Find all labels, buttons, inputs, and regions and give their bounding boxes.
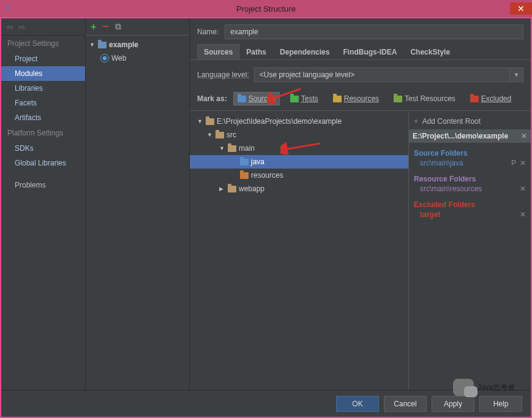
tree-root-label: E:\Project\IdeaProjects\demo\example bbox=[217, 116, 342, 127]
mark-tests-button[interactable]: Tests bbox=[286, 92, 323, 105]
expand-icon[interactable]: ▼ bbox=[89, 39, 96, 50]
plus-icon: + bbox=[414, 117, 418, 126]
tests-folder-icon bbox=[290, 96, 299, 102]
remove-icon[interactable]: ✕ bbox=[520, 184, 526, 193]
mark-resources-button[interactable]: Resources bbox=[329, 92, 383, 105]
resource-folders-title: Resource Folders bbox=[414, 175, 526, 183]
tab-sources[interactable]: Sources bbox=[197, 44, 239, 59]
excluded-folder-icon bbox=[470, 96, 479, 102]
mark-test-resources-button[interactable]: Test Resources bbox=[389, 92, 460, 105]
mark-tests-text: Tests bbox=[301, 94, 318, 103]
expand-icon[interactable]: ▶ bbox=[219, 183, 225, 194]
sidebar-item-project[interactable]: Project bbox=[1, 51, 85, 66]
sidebar-item-libraries[interactable]: Libraries bbox=[1, 81, 85, 96]
module-row-example[interactable]: ▼ example bbox=[86, 38, 189, 51]
remove-root-icon[interactable]: ✕ bbox=[521, 132, 527, 140]
expand-icon[interactable]: ▼ bbox=[197, 116, 203, 127]
expand-icon[interactable]: ▼ bbox=[207, 129, 213, 140]
content-panel: Name: Sources Paths Dependencies FindBug… bbox=[190, 18, 531, 390]
apply-button[interactable]: Apply bbox=[432, 396, 474, 412]
tree-resources-label: resources bbox=[251, 170, 283, 181]
mark-excluded-button[interactable]: Excluded bbox=[466, 92, 515, 105]
titlebar: ᴶᴵ Project Structure ✕ bbox=[0, 0, 532, 17]
copy-icon[interactable]: ⧉ bbox=[115, 21, 121, 32]
tab-paths[interactable]: Paths bbox=[239, 44, 273, 59]
name-label: Name: bbox=[197, 28, 219, 36]
content-roots-panel: + Add Content Root E:\Project\...\demo\e… bbox=[408, 111, 531, 390]
sidebar-item-problems[interactable]: Problems bbox=[1, 178, 85, 192]
web-icon bbox=[100, 54, 109, 63]
language-level-label: Language level: bbox=[197, 70, 249, 79]
remove-icon[interactable]: − bbox=[102, 20, 109, 33]
web-label: Web bbox=[111, 53, 126, 64]
name-input[interactable] bbox=[225, 25, 523, 39]
cancel-button[interactable]: Cancel bbox=[384, 396, 427, 412]
tab-dependencies[interactable]: Dependencies bbox=[273, 44, 336, 59]
tree-row-src[interactable]: ▼ src bbox=[190, 128, 408, 142]
remove-icon[interactable]: ✕ bbox=[520, 159, 526, 167]
language-level-select[interactable] bbox=[254, 67, 510, 82]
source-tree: ▼ E:\Project\IdeaProjects\demo\example ▼… bbox=[190, 111, 408, 390]
tree-row-java[interactable]: java bbox=[190, 155, 408, 169]
sidebar-item-facets[interactable]: Facets bbox=[1, 96, 85, 110]
source-folder-entry[interactable]: src\main\java P✕ bbox=[414, 158, 526, 169]
app-icon: ᴶᴵ bbox=[0, 0, 17, 17]
close-button[interactable]: ✕ bbox=[510, 2, 532, 15]
mark-sources-text: Sources bbox=[249, 94, 275, 103]
source-folder-icon bbox=[240, 159, 249, 165]
test-resources-folder-icon bbox=[394, 96, 402, 102]
mark-test-resources-text: Test Resources bbox=[405, 94, 455, 103]
content-root-path[interactable]: E:\Project\...\demo\example ✕ bbox=[409, 129, 531, 143]
folder-icon bbox=[206, 118, 214, 125]
resources-folder-icon bbox=[333, 96, 342, 102]
sidebar-item-artifacts[interactable]: Artifacts bbox=[1, 110, 85, 125]
remove-icon[interactable]: ✕ bbox=[520, 210, 526, 219]
folder-icon bbox=[228, 186, 236, 192]
folder-icon bbox=[228, 145, 236, 152]
help-button[interactable]: Help bbox=[479, 396, 522, 412]
add-icon[interactable]: + bbox=[91, 21, 96, 32]
tab-bar: Sources Paths Dependencies FindBugs-IDEA… bbox=[190, 44, 531, 60]
sidebar-item-modules[interactable]: Modules bbox=[1, 66, 85, 81]
sidebar-item-sdks[interactable]: SDKs bbox=[1, 141, 85, 156]
expand-icon[interactable]: ▼ bbox=[219, 143, 225, 154]
edit-icon[interactable]: P bbox=[511, 159, 516, 167]
tree-src-label: src bbox=[227, 129, 236, 140]
tree-main-label: main bbox=[239, 143, 255, 154]
module-row-web[interactable]: Web bbox=[86, 51, 189, 65]
tab-findbugs[interactable]: FindBugs-IDEA bbox=[336, 44, 403, 59]
sidebar-item-global-libraries[interactable]: Global Libraries bbox=[1, 156, 85, 170]
add-content-root-button[interactable]: + Add Content Root bbox=[414, 115, 526, 129]
excluded-folders-title: Excluded Folders bbox=[414, 200, 526, 209]
dropdown-icon[interactable]: ▼ bbox=[510, 67, 523, 82]
module-tree-panel: + − ⧉ ▼ example Web bbox=[86, 18, 190, 390]
forward-icon[interactable]: ⇨ bbox=[18, 22, 26, 32]
tree-row-main[interactable]: ▼ main bbox=[190, 142, 408, 155]
wechat-icon bbox=[453, 379, 474, 396]
dialog-button-bar: OK Cancel Apply Help bbox=[1, 390, 531, 417]
mark-sources-button[interactable]: Sources bbox=[233, 92, 280, 105]
mark-excluded-text: Excluded bbox=[481, 94, 511, 103]
window-title: Project Structure bbox=[236, 4, 296, 13]
source-folders-title: Source Folders bbox=[414, 149, 526, 158]
section-project-settings: Project Settings bbox=[1, 36, 85, 51]
mark-resources-text: Resources bbox=[344, 94, 379, 103]
tab-checkstyle[interactable]: CheckStyle bbox=[403, 44, 457, 59]
tree-webapp-label: webapp bbox=[239, 183, 264, 194]
resource-folder-entry[interactable]: src\main\resources ✕ bbox=[414, 183, 526, 194]
mark-as-label: Mark as: bbox=[197, 94, 227, 103]
tree-row-resources[interactable]: resources bbox=[190, 169, 408, 182]
tree-row-root[interactable]: ▼ E:\Project\IdeaProjects\demo\example bbox=[190, 115, 408, 128]
section-platform-settings: Platform Settings bbox=[1, 125, 85, 141]
settings-sidebar: ⇦ ⇨ Project Settings Project Modules Lib… bbox=[1, 18, 86, 390]
resource-folder-icon bbox=[240, 172, 249, 179]
excluded-folder-entry[interactable]: target ✕ bbox=[414, 209, 526, 220]
watermark: Java思考者 bbox=[453, 379, 515, 396]
module-label: example bbox=[109, 39, 138, 50]
back-icon[interactable]: ⇦ bbox=[6, 22, 13, 32]
folder-icon bbox=[215, 132, 224, 139]
tree-row-webapp[interactable]: ▶ webapp bbox=[190, 182, 408, 196]
module-icon bbox=[98, 42, 107, 48]
sources-folder-icon bbox=[238, 96, 246, 102]
ok-button[interactable]: OK bbox=[336, 396, 379, 412]
